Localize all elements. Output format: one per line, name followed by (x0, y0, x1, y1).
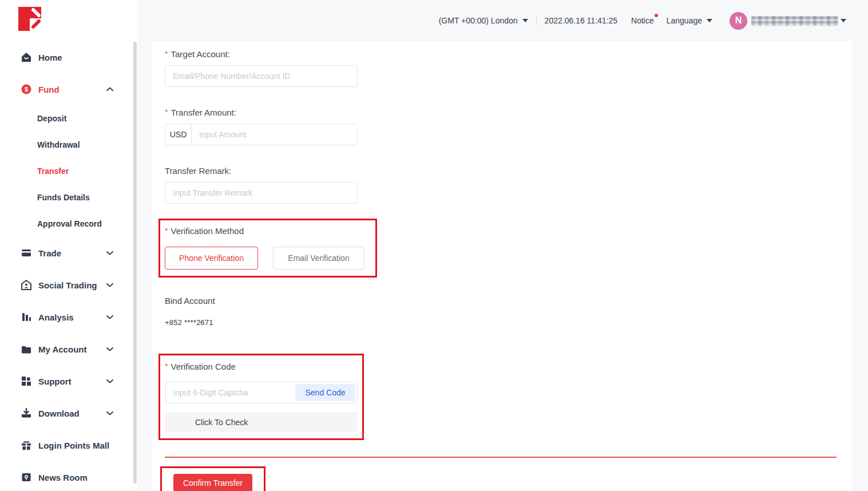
currency-prefix: USD (165, 124, 192, 145)
field-label: Transfer Amount: (171, 108, 236, 117)
sidebar-item-login-points-mall[interactable]: Login Points Mall (0, 429, 137, 461)
phone-verification-button[interactable]: Phone Verification (165, 247, 258, 270)
captcha-check-label: Click To Check (195, 418, 248, 427)
chevron-up-icon (106, 87, 113, 92)
sidebar-item-label: Home (38, 53, 62, 62)
sidebar-item-deposit[interactable]: Deposit (0, 105, 137, 132)
divider (536, 16, 537, 25)
verification-code-label: * Verification Code (165, 361, 362, 372)
sidebar-item-label: Login Points Mall (38, 441, 109, 450)
bind-account-value: +852 ****2671 (165, 318, 851, 327)
sidebar-item-social-trading[interactable]: Social Trading (0, 269, 137, 301)
notice-label: Notice (631, 16, 654, 25)
sidebar-item-home[interactable]: Home (0, 41, 137, 73)
sidebar-item-news-room[interactable]: News Room (0, 461, 137, 491)
required-marker: * (165, 362, 168, 371)
brand-logo-icon[interactable] (18, 6, 42, 32)
folder-icon (21, 344, 31, 354)
grid-icon (21, 376, 31, 386)
chevron-down-icon (106, 379, 113, 383)
sidebar-item-label: My Account (38, 345, 86, 354)
sidebar-item-trade[interactable]: Trade (0, 237, 137, 269)
required-marker: * (165, 226, 168, 235)
sidebar-item-fund[interactable]: $ Fund (0, 73, 137, 105)
sidebar-item-label: Support (38, 377, 72, 386)
transfer-form-panel: * Target Account: * Transfer Amount: USD… (152, 41, 851, 491)
username-redacted (751, 16, 838, 26)
sidebar-item-label: Transfer (37, 167, 69, 176)
field-label: Verification Method (171, 226, 244, 236)
chevron-down-icon (106, 315, 113, 319)
sidebar-item-approval-record[interactable]: Approval Record (0, 211, 137, 237)
send-code-button[interactable]: Send Code (295, 384, 355, 401)
verification-code-row: Send Code (165, 382, 358, 403)
chevron-down-icon (522, 19, 528, 22)
field-label: Target Account: (171, 49, 229, 59)
required-marker: * (165, 108, 168, 117)
sidebar-item-support[interactable]: Support (0, 365, 137, 397)
chevron-down-icon (106, 411, 113, 415)
sidebar-item-label: Fund (38, 85, 60, 94)
sidebar-item-analysis[interactable]: Analysis (0, 301, 137, 333)
verification-method-annotation-box: * Verification Method Phone Verification… (158, 219, 377, 278)
social-trading-icon (21, 280, 31, 290)
bind-account-label: Bind Account (165, 296, 851, 306)
avatar-initial: N (735, 15, 742, 26)
sidebar-item-label: Analysis (38, 312, 74, 322)
sidebar-item-funds-details[interactable]: Funds Details (0, 184, 137, 211)
sidebar-item-download[interactable]: Download (0, 397, 137, 429)
news-pin-icon (21, 472, 31, 482)
chevron-down-icon (106, 251, 113, 255)
fund-submenu: Deposit Withdrawal Transfer Funds Detail… (0, 105, 137, 237)
section-divider (165, 457, 837, 458)
captcha-check-bar[interactable]: Click To Check (165, 412, 358, 432)
transfer-amount-group: * Transfer Amount: USD (165, 106, 851, 145)
sidebar-item-my-account[interactable]: My Account (0, 333, 137, 365)
topbar: (GMT +00:00) London 2022.06.16 11:41:25 … (137, 0, 868, 41)
chevron-down-icon (707, 19, 712, 22)
trade-icon (21, 248, 31, 258)
sidebar-item-label: Approval Record (37, 219, 102, 228)
sidebar-scrollbar[interactable] (133, 42, 137, 484)
target-account-group: * Target Account: (165, 48, 851, 87)
field-label: Verification Code (171, 362, 235, 371)
language-label: Language (667, 16, 702, 25)
svg-text:$: $ (25, 86, 28, 93)
sidebar-item-label: Deposit (37, 114, 66, 123)
sidebar-item-label: Trade (38, 248, 61, 258)
avatar[interactable]: N (730, 12, 747, 30)
sidebar: Home $ Fund Deposit Withdrawal Transfer … (0, 0, 137, 491)
confirm-transfer-button[interactable]: Confirm Transfer (173, 474, 252, 491)
sidebar-nav: Home $ Fund Deposit Withdrawal Transfer … (0, 41, 137, 491)
transfer-amount-input-wrap: USD (165, 124, 358, 145)
notice-link[interactable]: Notice (631, 16, 654, 25)
sidebar-item-label: Social Trading (38, 280, 97, 290)
notification-dot (655, 14, 658, 17)
sidebar-item-label: Withdrawal (37, 140, 80, 149)
field-label: Transfer Remark: (165, 166, 231, 176)
target-account-input[interactable] (165, 65, 358, 87)
transfer-amount-label: * Transfer Amount: (165, 106, 851, 118)
target-account-label: * Target Account: (165, 48, 851, 60)
download-icon (21, 408, 31, 418)
sidebar-item-label: News Room (38, 473, 88, 482)
timezone-label: (GMT +00:00) London (439, 16, 518, 25)
gift-icon (21, 440, 31, 450)
timezone-selector[interactable]: (GMT +00:00) London (439, 16, 528, 25)
chevron-down-icon[interactable] (841, 19, 846, 22)
fund-icon: $ (21, 84, 31, 94)
email-verification-button[interactable]: Email Verification (273, 247, 364, 270)
transfer-remark-input[interactable] (165, 182, 358, 204)
sidebar-item-label: Download (38, 409, 80, 418)
transfer-remark-label: Transfer Remark: (165, 165, 851, 176)
language-selector[interactable]: Language (667, 16, 712, 25)
chevron-down-icon (106, 283, 113, 287)
transfer-amount-input[interactable] (192, 124, 357, 145)
verification-code-annotation-box: * Verification Code Send Code Click To C… (158, 354, 364, 440)
sidebar-item-transfer[interactable]: Transfer (0, 158, 137, 184)
datetime-label: 2022.06.16 11:41:25 (545, 16, 617, 25)
confirm-annotation-box: Confirm Transfer (160, 466, 265, 491)
sidebar-item-withdrawal[interactable]: Withdrawal (0, 132, 137, 158)
transfer-remark-group: Transfer Remark: (165, 165, 851, 204)
verification-method-options: Phone Verification Email Verification (165, 247, 375, 270)
